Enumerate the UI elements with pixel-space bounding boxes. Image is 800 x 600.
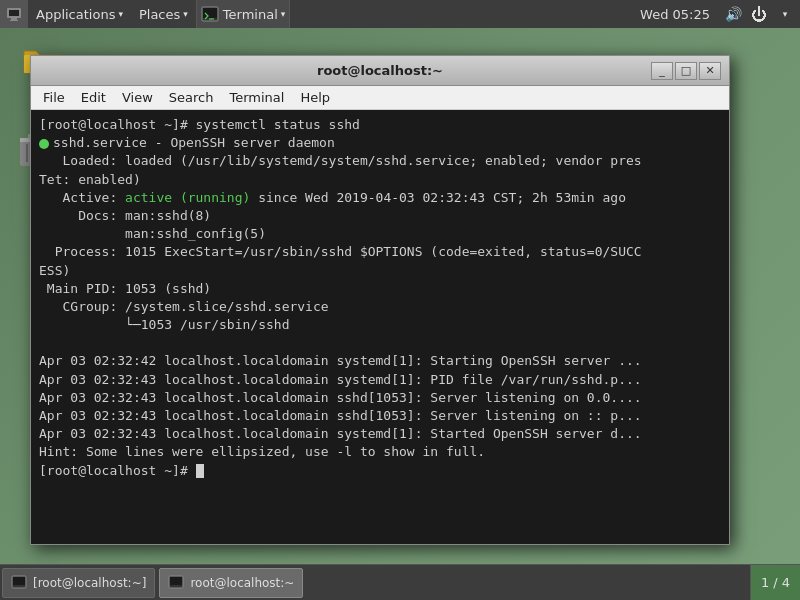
panel-left: Applications ▾ Places ▾ Terminal ▾	[0, 0, 290, 28]
window-controls: _ □ ✕	[651, 62, 721, 80]
places-menu[interactable]: Places ▾	[131, 0, 196, 28]
menu-search[interactable]: Search	[161, 87, 222, 109]
svg-rect-2	[11, 18, 17, 20]
pager[interactable]: 1 / 4	[750, 565, 800, 601]
applications-arrow: ▾	[118, 9, 123, 19]
top-panel: Applications ▾ Places ▾ Terminal ▾ Wed	[0, 0, 800, 28]
line-command: [root@localhost ~]# systemctl status ssh…	[39, 117, 360, 132]
terminal-titlebar: root@localhost:~ _ □ ✕	[31, 56, 729, 86]
desktop: Applications ▾ Places ▾ Terminal ▾ Wed	[0, 0, 800, 600]
close-button[interactable]: ✕	[699, 62, 721, 80]
menu-terminal[interactable]: Terminal	[221, 87, 292, 109]
clock: Wed 05:25	[632, 7, 718, 22]
pager-label: 1 / 4	[761, 575, 790, 590]
terminal-title: root@localhost:~	[109, 63, 651, 78]
terminal-window: root@localhost:~ _ □ ✕ File Edit View Se…	[30, 55, 730, 545]
menu-help[interactable]: Help	[292, 87, 338, 109]
minimize-button[interactable]: _	[651, 62, 673, 80]
applications-menu[interactable]: Applications ▾	[28, 0, 131, 28]
terminal-panel-tab[interactable]: Terminal ▾	[196, 0, 290, 28]
svg-rect-15	[13, 577, 25, 585]
terminal-menubar: File Edit View Search Terminal Help	[31, 86, 729, 110]
places-arrow: ▾	[183, 9, 188, 19]
terminal-output[interactable]: [root@localhost ~]# systemctl status ssh…	[31, 110, 729, 544]
panel-right: Wed 05:25 🔊 ⏻ ▾	[632, 0, 800, 28]
active-status: active (running)	[125, 190, 250, 205]
bottom-panel: [root@localhost:~] root@localhost:~ 1 / …	[0, 564, 800, 600]
panel-app-icon	[0, 0, 28, 28]
maximize-button[interactable]: □	[675, 62, 697, 80]
status-dot	[39, 139, 49, 149]
taskbar-label-1: [root@localhost:~]	[33, 576, 146, 590]
terminal-arrow: ▾	[281, 9, 286, 19]
taskbar-item-2[interactable]: root@localhost:~	[159, 568, 303, 598]
power-icon[interactable]: ⏻	[748, 3, 770, 25]
svg-rect-3	[10, 20, 18, 21]
taskbar-label-2: root@localhost:~	[190, 576, 294, 590]
volume-icon[interactable]: 🔊	[722, 3, 744, 25]
menu-file[interactable]: File	[35, 87, 73, 109]
menu-view[interactable]: View	[114, 87, 161, 109]
svg-rect-1	[9, 10, 19, 16]
power-arrow[interactable]: ▾	[774, 3, 796, 25]
terminal-cursor	[196, 464, 204, 478]
taskbar-item-1[interactable]: [root@localhost:~]	[2, 568, 155, 598]
svg-rect-17	[170, 577, 182, 585]
menu-edit[interactable]: Edit	[73, 87, 114, 109]
line-service: sshd.service - OpenSSH server daemon Loa…	[39, 135, 642, 477]
